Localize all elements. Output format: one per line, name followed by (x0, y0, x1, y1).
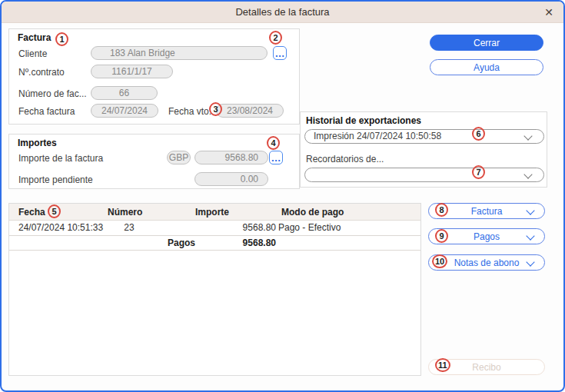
factura-button-label: Factura (471, 206, 503, 217)
recibo-button-label: Recibo (472, 362, 500, 373)
annotation-8: 8 (435, 203, 448, 217)
chevron-down-icon (526, 206, 534, 214)
importe-factura-label: Importe de la factura (18, 153, 103, 164)
annotation-5: 5 (48, 204, 61, 218)
payments-table: Fecha Número Importe Modo de pago 24/07/… (8, 203, 421, 376)
contrato-field: 1161/1/17 (91, 65, 173, 78)
pagos-button-label: Pagos (474, 231, 500, 242)
numero-factura-field: 66 (91, 86, 158, 100)
titlebar: Detalles de la factura ✕ (2, 2, 563, 23)
importe-pendiente-field: 0.00 (194, 172, 268, 186)
fecha-vto-label: Fecha vto. (168, 106, 211, 117)
chevron-down-icon (526, 257, 534, 266)
invoice-details-dialog: Detalles de la factura ✕ Factura Cliente… (0, 0, 565, 392)
export-history-value: Impresión 24/07/2024 10:50:58 (314, 131, 441, 141)
cliente-field: 183 Alan Bridge (91, 46, 268, 60)
annotation-9: 9 (435, 229, 448, 243)
dialog-title: Detalles de la factura (235, 6, 329, 18)
recordatorios-label: Recordatorios de... (306, 154, 384, 164)
annotation-1: 1 (55, 32, 68, 46)
recordatorios-select[interactable] (304, 168, 544, 182)
cerrar-button-label: Cerrar (474, 38, 500, 48)
summary-label: Pagos (168, 238, 195, 248)
col-modo-pago: Modo de pago (281, 207, 344, 218)
fecha-factura-label: Fecha factura (18, 106, 75, 117)
payments-table-header: Fecha Número Importe Modo de pago (9, 204, 420, 221)
chevron-down-icon (526, 231, 534, 240)
factura-panel-title: Factura (18, 32, 51, 43)
chevron-down-icon (523, 170, 532, 178)
cliente-label: Cliente (18, 48, 47, 59)
chevron-down-icon (523, 131, 532, 140)
col-fecha: Fecha (18, 207, 45, 218)
summary-total: 9568.80 (201, 238, 276, 248)
col-importe: Importe (195, 207, 229, 218)
currency-field: GBP (167, 151, 191, 164)
annotation-2: 2 (269, 31, 282, 45)
ellipsis-icon: … (275, 49, 285, 58)
importe-more-button[interactable]: … (269, 151, 283, 164)
historial-panel: Historial de exportaciones Impresión 24/… (300, 111, 547, 188)
importes-panel-title: Importes (18, 138, 57, 148)
historial-panel-title: Historial de exportaciones (306, 115, 421, 126)
importe-pendiente-label: Importe pendiente (18, 174, 93, 185)
close-icon[interactable]: ✕ (542, 5, 556, 19)
fecha-factura-field: 24/07/2024 (91, 104, 158, 118)
importes-panel: Importes Importe de la factura GBP 9568.… (8, 134, 300, 189)
col-numero: Número (108, 207, 142, 218)
annotation-6: 6 (472, 127, 485, 141)
annotation-3: 3 (209, 102, 222, 116)
notas-abono-button-label: Notas de abono (454, 257, 520, 268)
ayuda-button[interactable]: Ayuda (430, 59, 543, 75)
ellipsis-icon: … (271, 154, 281, 162)
importe-factura-field: 9568.80 (194, 151, 268, 164)
cliente-lookup-button[interactable]: … (273, 46, 287, 60)
cell-numero: 23 (118, 222, 141, 233)
contrato-label: Nº.contrato (18, 67, 65, 78)
numero-factura-label: Número de fac... (18, 88, 87, 99)
factura-panel: Factura Cliente 183 Alan Bridge Nº.contr… (8, 28, 300, 125)
ayuda-button-label: Ayuda (474, 62, 500, 73)
cerrar-button[interactable]: Cerrar (430, 35, 543, 51)
table-row[interactable]: 24/07/2024 10:51:33 23 9568.80 Pago - Ef… (9, 221, 420, 235)
cell-importe: 9568.80 (201, 222, 276, 233)
annotation-11: 11 (435, 358, 450, 372)
annotation-4: 4 (267, 136, 280, 150)
cell-fecha: 24/07/2024 10:51:33 (18, 222, 103, 233)
cell-modo-pago: Pago - Efectivo (278, 222, 341, 233)
export-history-select[interactable]: Impresión 24/07/2024 10:50:58 (304, 129, 544, 144)
table-summary-row: Pagos 9568.80 (9, 235, 420, 251)
fecha-vto-field: 23/08/2024 (216, 104, 284, 118)
annotation-7: 7 (472, 165, 485, 179)
